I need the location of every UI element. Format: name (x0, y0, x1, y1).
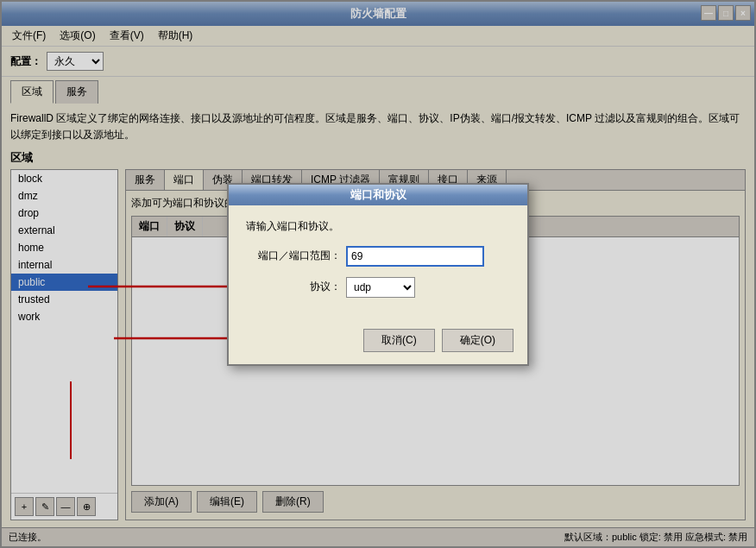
modal-description: 请输入端口和协议。 (246, 219, 510, 234)
modal-overlay: 端口和协议 请输入端口和协议。 端口／端口范围： 协议： tcp udp 取消(… (2, 2, 754, 546)
modal-content: 请输入端口和协议。 端口／端口范围： 协议： tcp udp (229, 205, 527, 322)
modal-actions: 取消(C) 确定(O) (229, 322, 527, 364)
modal-title-bar: 端口和协议 (229, 185, 527, 205)
port-input[interactable] (346, 246, 484, 267)
cancel-button[interactable]: 取消(C) (363, 329, 435, 352)
protocol-select[interactable]: tcp udp (346, 277, 415, 298)
ok-button[interactable]: 确定(O) (442, 329, 513, 352)
modal-dialog: 端口和协议 请输入端口和协议。 端口／端口范围： 协议： tcp udp 取消(… (227, 183, 529, 366)
port-label: 端口／端口范围： (246, 249, 341, 263)
protocol-label: 协议： (246, 280, 341, 294)
port-form-row: 端口／端口范围： (246, 246, 510, 267)
main-window: 防火墙配置 — □ × 文件(F) 选项(O) 查看(V) 帮助(H) 配置： … (0, 0, 756, 548)
protocol-form-row: 协议： tcp udp (246, 277, 510, 298)
modal-title: 端口和协议 (350, 187, 406, 203)
